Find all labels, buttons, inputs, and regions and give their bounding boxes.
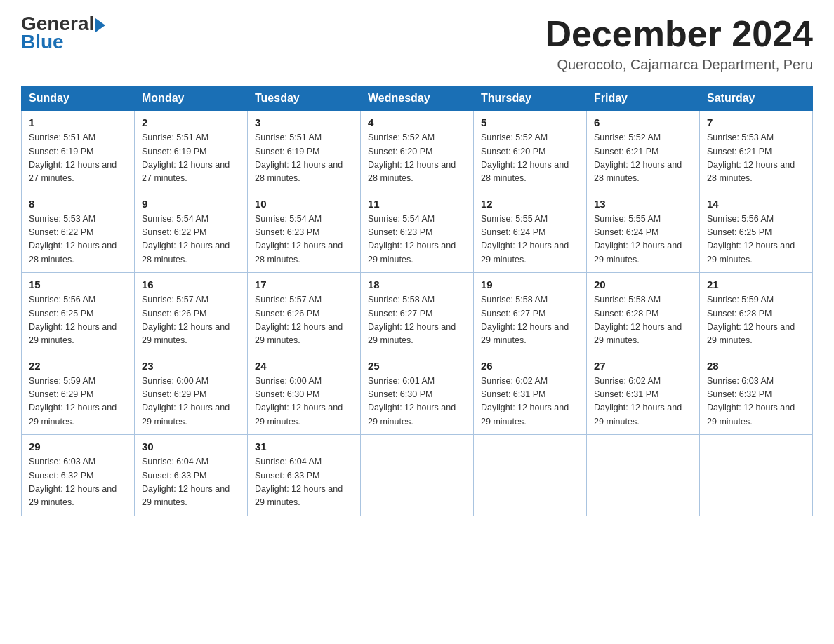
day-number: 11 [368, 198, 466, 210]
calendar-cell: 9Sunrise: 5:54 AMSunset: 6:22 PMDaylight… [135, 192, 248, 273]
day-info: Sunrise: 6:04 AMSunset: 6:33 PMDaylight:… [255, 455, 353, 510]
day-number: 14 [707, 198, 805, 210]
weekday-header-row: SundayMondayTuesdayWednesdayThursdayFrid… [22, 86, 813, 111]
calendar-table: SundayMondayTuesdayWednesdayThursdayFrid… [21, 86, 813, 516]
day-number: 30 [142, 441, 240, 452]
day-info: Sunrise: 5:54 AMSunset: 6:22 PMDaylight:… [142, 213, 240, 267]
day-info: Sunrise: 5:54 AMSunset: 6:23 PMDaylight:… [368, 213, 466, 267]
calendar-cell: 19Sunrise: 5:58 AMSunset: 6:27 PMDayligh… [474, 273, 587, 354]
day-number: 21 [707, 279, 805, 290]
calendar-cell: 15Sunrise: 5:56 AMSunset: 6:25 PMDayligh… [22, 273, 135, 354]
day-number: 29 [29, 441, 127, 452]
calendar-cell: 28Sunrise: 6:03 AMSunset: 6:32 PMDayligh… [700, 354, 813, 435]
calendar-cell: 22Sunrise: 5:59 AMSunset: 6:29 PMDayligh… [22, 354, 135, 435]
day-info: Sunrise: 6:03 AMSunset: 6:32 PMDaylight:… [707, 375, 805, 429]
calendar-cell: 25Sunrise: 6:01 AMSunset: 6:30 PMDayligh… [361, 354, 474, 435]
calendar-cell [700, 435, 813, 516]
day-info: Sunrise: 5:53 AMSunset: 6:22 PMDaylight:… [29, 213, 127, 267]
weekday-header-monday: Monday [135, 86, 248, 111]
day-info: Sunrise: 6:01 AMSunset: 6:30 PMDaylight:… [368, 375, 466, 429]
day-number: 15 [29, 279, 127, 290]
day-info: Sunrise: 5:58 AMSunset: 6:27 PMDaylight:… [481, 293, 579, 348]
calendar-cell: 7Sunrise: 5:53 AMSunset: 6:21 PMDaylight… [700, 111, 813, 192]
calendar-cell: 1Sunrise: 5:51 AMSunset: 6:19 PMDaylight… [22, 111, 135, 192]
day-number: 7 [707, 116, 805, 128]
day-info: Sunrise: 5:58 AMSunset: 6:27 PMDaylight:… [368, 293, 466, 348]
day-number: 17 [255, 279, 353, 290]
day-info: Sunrise: 5:55 AMSunset: 6:24 PMDaylight:… [594, 213, 692, 267]
calendar-cell: 31Sunrise: 6:04 AMSunset: 6:33 PMDayligh… [248, 435, 361, 516]
logo: General Blue [21, 14, 105, 53]
day-info: Sunrise: 5:52 AMSunset: 6:20 PMDaylight:… [368, 131, 466, 186]
logo-arrow-icon [95, 18, 105, 32]
calendar-cell: 27Sunrise: 6:02 AMSunset: 6:31 PMDayligh… [587, 354, 700, 435]
day-number: 27 [594, 360, 692, 372]
day-info: Sunrise: 5:58 AMSunset: 6:28 PMDaylight:… [594, 293, 692, 348]
calendar-cell: 14Sunrise: 5:56 AMSunset: 6:25 PMDayligh… [700, 192, 813, 273]
calendar-cell: 23Sunrise: 6:00 AMSunset: 6:29 PMDayligh… [135, 354, 248, 435]
calendar-cell: 24Sunrise: 6:00 AMSunset: 6:30 PMDayligh… [248, 354, 361, 435]
day-number: 6 [594, 116, 692, 128]
day-number: 23 [142, 360, 240, 372]
day-info: Sunrise: 6:00 AMSunset: 6:29 PMDaylight:… [142, 375, 240, 429]
calendar-week-row: 15Sunrise: 5:56 AMSunset: 6:25 PMDayligh… [22, 273, 813, 354]
calendar-cell: 3Sunrise: 5:51 AMSunset: 6:19 PMDaylight… [248, 111, 361, 192]
day-info: Sunrise: 5:51 AMSunset: 6:19 PMDaylight:… [255, 131, 353, 186]
calendar-cell: 29Sunrise: 6:03 AMSunset: 6:32 PMDayligh… [22, 435, 135, 516]
day-number: 8 [29, 198, 127, 210]
day-info: Sunrise: 5:52 AMSunset: 6:21 PMDaylight:… [594, 131, 692, 186]
day-info: Sunrise: 5:59 AMSunset: 6:29 PMDaylight:… [29, 375, 127, 429]
day-info: Sunrise: 5:55 AMSunset: 6:24 PMDaylight:… [481, 213, 579, 267]
day-number: 10 [255, 198, 353, 210]
day-number: 16 [142, 279, 240, 290]
day-number: 19 [481, 279, 579, 290]
calendar-week-row: 8Sunrise: 5:53 AMSunset: 6:22 PMDaylight… [22, 192, 813, 273]
weekday-header-friday: Friday [587, 86, 700, 111]
weekday-header-wednesday: Wednesday [361, 86, 474, 111]
calendar-cell: 8Sunrise: 5:53 AMSunset: 6:22 PMDaylight… [22, 192, 135, 273]
calendar-week-row: 22Sunrise: 5:59 AMSunset: 6:29 PMDayligh… [22, 354, 813, 435]
calendar-cell [361, 435, 474, 516]
day-number: 22 [29, 360, 127, 372]
day-info: Sunrise: 5:59 AMSunset: 6:28 PMDaylight:… [707, 293, 805, 348]
calendar-cell: 20Sunrise: 5:58 AMSunset: 6:28 PMDayligh… [587, 273, 700, 354]
calendar-week-row: 1Sunrise: 5:51 AMSunset: 6:19 PMDaylight… [22, 111, 813, 192]
logo-blue: Blue [21, 31, 64, 53]
calendar-cell: 6Sunrise: 5:52 AMSunset: 6:21 PMDaylight… [587, 111, 700, 192]
day-info: Sunrise: 5:56 AMSunset: 6:25 PMDaylight:… [707, 213, 805, 267]
day-number: 26 [481, 360, 579, 372]
day-number: 28 [707, 360, 805, 372]
day-info: Sunrise: 5:51 AMSunset: 6:19 PMDaylight:… [142, 131, 240, 186]
day-number: 12 [481, 198, 579, 210]
day-info: Sunrise: 5:54 AMSunset: 6:23 PMDaylight:… [255, 213, 353, 267]
day-number: 5 [481, 116, 579, 128]
day-number: 1 [29, 116, 127, 128]
calendar-cell: 11Sunrise: 5:54 AMSunset: 6:23 PMDayligh… [361, 192, 474, 273]
calendar-cell [587, 435, 700, 516]
day-number: 9 [142, 198, 240, 210]
weekday-header-thursday: Thursday [474, 86, 587, 111]
day-number: 18 [368, 279, 466, 290]
calendar-cell: 16Sunrise: 5:57 AMSunset: 6:26 PMDayligh… [135, 273, 248, 354]
day-info: Sunrise: 6:04 AMSunset: 6:33 PMDaylight:… [142, 455, 240, 510]
day-info: Sunrise: 5:51 AMSunset: 6:19 PMDaylight:… [29, 131, 127, 186]
month-title: December 2024 [545, 14, 813, 54]
day-number: 24 [255, 360, 353, 372]
day-info: Sunrise: 6:02 AMSunset: 6:31 PMDaylight:… [481, 375, 579, 429]
day-info: Sunrise: 5:57 AMSunset: 6:26 PMDaylight:… [255, 293, 353, 348]
day-number: 31 [255, 441, 353, 452]
day-info: Sunrise: 6:00 AMSunset: 6:30 PMDaylight:… [255, 375, 353, 429]
day-number: 20 [594, 279, 692, 290]
calendar-cell [474, 435, 587, 516]
title-section: December 2024 Querocoto, Cajamarca Depar… [545, 14, 813, 73]
weekday-header-sunday: Sunday [22, 86, 135, 111]
day-info: Sunrise: 5:56 AMSunset: 6:25 PMDaylight:… [29, 293, 127, 348]
day-number: 25 [368, 360, 466, 372]
calendar-cell: 5Sunrise: 5:52 AMSunset: 6:20 PMDaylight… [474, 111, 587, 192]
day-info: Sunrise: 6:02 AMSunset: 6:31 PMDaylight:… [594, 375, 692, 429]
calendar-cell: 17Sunrise: 5:57 AMSunset: 6:26 PMDayligh… [248, 273, 361, 354]
calendar-cell: 10Sunrise: 5:54 AMSunset: 6:23 PMDayligh… [248, 192, 361, 273]
day-info: Sunrise: 5:52 AMSunset: 6:20 PMDaylight:… [481, 131, 579, 186]
calendar-cell: 26Sunrise: 6:02 AMSunset: 6:31 PMDayligh… [474, 354, 587, 435]
day-number: 3 [255, 116, 353, 128]
